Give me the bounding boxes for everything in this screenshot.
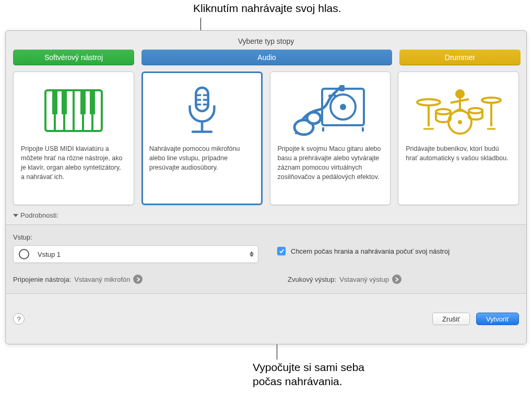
microphone-icon: [149, 82, 255, 139]
monitor-checkbox-label: Chcem počas hrania a nahrávania počuť sv…: [291, 247, 450, 255]
callout-top-label: Kliknutím nahrávajte svoj hlas.: [193, 2, 341, 15]
svg-point-27: [307, 112, 321, 124]
card-software-instrument-desc: Pripojte USB MIDI klaviatúru a môžete hr…: [21, 144, 126, 182]
chevron-right-icon: [394, 277, 399, 282]
tab-drummer[interactable]: Drummer: [399, 50, 521, 65]
cancel-button[interactable]: Zrušiť: [432, 313, 470, 325]
details-label: Podrobnosti:: [20, 211, 58, 219]
input-popup-value: Vstup 1: [38, 250, 61, 258]
svg-point-37: [436, 109, 451, 114]
category-tabs: Softvérový nástroj Audio Drummer: [6, 50, 526, 65]
callout-bottom-line1: Vypočujte si sami seba: [253, 360, 364, 374]
svg-point-40: [458, 120, 462, 124]
drummer-icon: [406, 82, 511, 139]
popup-arrows-icon: [250, 252, 254, 257]
callout-bottom-line2: počas nahrávania.: [253, 374, 364, 388]
card-audio-guitar-desc: Pripojte k svojmu Macu gitaru alebo basu…: [278, 144, 383, 182]
svg-rect-28: [339, 85, 345, 91]
input-popup[interactable]: Vstup 1: [13, 245, 258, 263]
audio-output-value: Vstavaný výstup: [339, 276, 389, 283]
tab-software-instrument[interactable]: Softvérový nástroj: [13, 50, 134, 65]
callout-bottom-label: Vypočujte si sami seba počas nahrávania.: [253, 360, 364, 389]
svg-point-29: [455, 89, 465, 99]
card-drummer-desc: Pridávajte bubeníkov, ktorí budú hrať au…: [406, 144, 511, 163]
card-audio-mic[interactable]: Nahrávajte pomocou mikrofónu alebo line …: [141, 71, 263, 205]
details-disclosure[interactable]: Podrobnosti:: [6, 205, 526, 224]
monitor-checkbox-row[interactable]: Chcem počas hrania a nahrávania počuť sv…: [277, 247, 519, 255]
svg-rect-6: [52, 91, 57, 114]
tab-audio[interactable]: Audio: [141, 50, 392, 65]
disclosure-triangle-icon: [13, 214, 18, 217]
svg-rect-9: [90, 91, 95, 114]
create-button[interactable]: Vytvoriť: [476, 313, 519, 325]
card-software-instrument[interactable]: Pripojte USB MIDI klaviatúru a môžete hr…: [13, 71, 134, 205]
audio-output-arrow[interactable]: [392, 274, 401, 284]
monitor-checkbox[interactable]: [277, 247, 286, 255]
card-audio-mic-desc: Nahrávajte pomocou mikrofónu alebo line …: [149, 144, 255, 172]
track-type-cards: Pripojte USB MIDI klaviatúru a môžete hr…: [6, 65, 526, 205]
input-label: Vstup:: [13, 233, 258, 241]
dialog-footer: ? Zrušiť Vytvoriť: [6, 294, 526, 344]
input-channel-icon: [19, 249, 29, 259]
instrument-connection-value: Vstavaný mikrofón: [74, 276, 130, 283]
keyboard-icon: [21, 82, 126, 139]
svg-point-34: [482, 98, 501, 103]
track-type-dialog: Vyberte typ stopy Softvérový nástroj Aud…: [5, 30, 527, 344]
card-audio-guitar[interactable]: Pripojte k svojmu Macu gitaru alebo basu…: [270, 71, 391, 205]
svg-point-38: [469, 108, 482, 113]
audio-output-label: Zvukový výstup:: [288, 276, 336, 283]
card-drummer[interactable]: Pridávajte bubeníkov, ktorí budú hrať au…: [398, 71, 519, 205]
svg-point-31: [417, 99, 440, 105]
svg-rect-8: [80, 91, 86, 114]
help-button[interactable]: ?: [13, 313, 25, 325]
chevron-right-icon: [136, 277, 140, 282]
svg-rect-7: [62, 91, 67, 114]
checkmark-icon: [279, 248, 285, 254]
instrument-connection-label: Pripojenie nástroja:: [13, 276, 71, 283]
instrument-connection-arrow[interactable]: [133, 274, 143, 284]
details-panel: Vstup: Vstup 1 Chcem počas hrania a nahr…: [6, 224, 526, 294]
svg-point-21: [340, 104, 346, 110]
guitar-amp-icon: [278, 82, 383, 139]
dialog-title: Vyberte typ stopy: [6, 31, 526, 50]
